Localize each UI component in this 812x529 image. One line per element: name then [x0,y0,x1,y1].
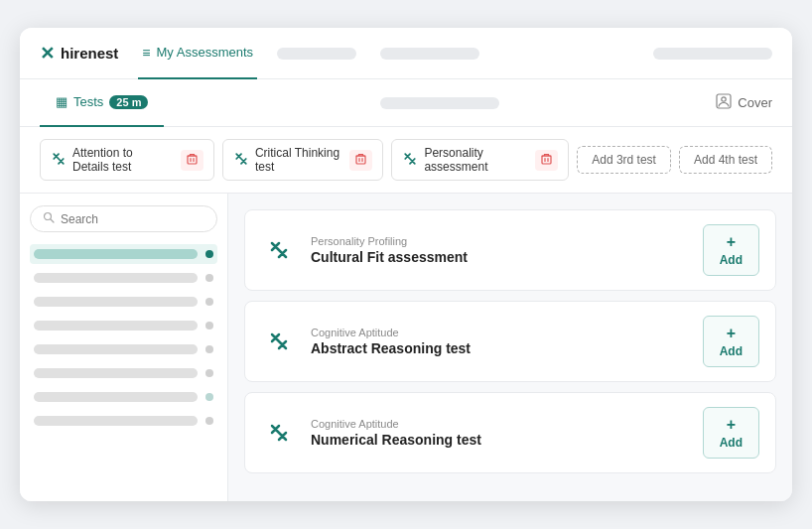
sidebar-item-7[interactable] [30,387,217,407]
delete-test-2-button[interactable] [349,150,372,171]
sidebar-dot-2 [205,274,213,282]
add-card-2-button[interactable]: + Add [703,316,759,367]
card-icon-1 [261,235,297,265]
tests-tab-icon: ▦ [56,94,68,109]
add-card-1-button[interactable]: + Add [703,224,759,276]
nav-placeholder-1 [277,48,356,60]
svg-point-1 [722,97,726,101]
test-tab-2[interactable]: Critical Thinking test [222,139,384,181]
x-icon-1 [51,151,67,170]
logo: ✕ hirenest [40,43,118,65]
sidebar-dot-4 [205,322,213,330]
sec-placeholder-bar [380,97,499,109]
add-card-3-button[interactable]: + Add [703,407,759,459]
card-text-3: Cognitive Aptitude Numerical Reasoning t… [311,418,689,448]
logo-x-icon: ✕ [40,43,55,65]
card-title-2: Abstract Reasoning test [311,340,689,356]
tests-tab-label: Tests [73,94,103,109]
add-plus-1: + [727,233,736,251]
tab-list-icon: ≡ [142,45,150,61]
sidebar-items-list [30,244,217,431]
top-nav: ✕ hirenest ≡ My Assessments [20,28,792,79]
app-window: ✕ hirenest ≡ My Assessments ▦ Tests 25 m [20,28,792,501]
search-input[interactable] [61,212,204,226]
sidebar-item-2[interactable] [30,268,217,288]
svg-rect-2 [188,156,197,164]
sidebar-bar-2 [34,273,198,283]
card-title-3: Numerical Reasoning test [311,432,689,448]
test-tab-label-1: Attention to Details test [72,146,171,174]
sidebar-bar-7 [34,392,198,402]
svg-rect-4 [542,156,551,164]
delete-test-1-button[interactable] [181,150,203,171]
add-label-1: Add [720,253,743,267]
card-text-1: Personality Profiling Cultural Fit asses… [311,235,689,265]
search-box[interactable] [30,205,217,232]
secondary-nav-placeholder [164,97,716,109]
sidebar-dot-6 [205,369,213,377]
cover-label: Cover [738,95,772,110]
assessment-card-2[interactable]: Cognitive Aptitude Abstract Reasoning te… [244,301,776,382]
cover-icon [716,93,732,112]
card-icon-3 [261,418,297,448]
tests-tab[interactable]: ▦ Tests 25 m [40,79,164,127]
add-label-2: Add [720,344,743,358]
card-text-2: Cognitive Aptitude Abstract Reasoning te… [311,327,689,356]
test-tab-label-2: Critical Thinking test [255,146,340,174]
right-content: Personality Profiling Cultural Fit asses… [228,194,792,501]
card-category-2: Cognitive Aptitude [311,327,689,338]
search-icon [43,211,55,226]
card-category-1: Personality Profiling [311,235,689,247]
main-content: Personality Profiling Cultural Fit asses… [20,194,792,501]
secondary-nav: ▦ Tests 25 m Cover [20,79,792,127]
add-4th-test-button[interactable]: Add 4th test [679,146,772,174]
sidebar-bar-active [34,249,198,259]
nav-placeholder-3 [653,48,772,60]
sidebar-item-6[interactable] [30,363,217,383]
add-3rd-test-button[interactable]: Add 3rd test [577,146,671,174]
brand-name: hirenest [61,45,118,62]
nav-placeholder-group [277,48,772,60]
sidebar-dot-7 [205,393,213,401]
sidebar-dot-3 [205,298,213,306]
sidebar-item-8[interactable] [30,411,217,431]
assessment-card-1[interactable]: Personality Profiling Cultural Fit asses… [244,209,776,291]
svg-rect-3 [356,156,365,164]
test-tabs-row: Attention to Details test Critical Think… [20,127,792,194]
sidebar-bar-6 [34,368,198,378]
tests-badge: 25 m [109,95,148,109]
card-icon-2 [261,327,297,356]
sidebar-dot-8 [205,417,213,425]
test-tab-label-3: Personality assessment [424,146,525,174]
delete-test-3-button[interactable] [535,150,558,171]
sidebar-item-3[interactable] [30,292,217,312]
nav-placeholder-2 [380,48,479,60]
sidebar-item-4[interactable] [30,316,217,335]
tab-label: My Assessments [157,45,254,60]
card-category-3: Cognitive Aptitude [311,418,689,430]
add-label-3: Add [720,436,743,450]
test-tab-1[interactable]: Attention to Details test [40,139,214,181]
cover-tab[interactable]: Cover [716,93,772,112]
add-plus-2: + [727,325,736,342]
sidebar-dot-active [205,250,213,258]
x-icon-3 [402,151,418,170]
add-plus-3: + [727,416,736,434]
x-icon-2 [233,151,249,170]
sidebar-bar-4 [34,321,198,331]
sidebar-bar-3 [34,297,198,307]
my-assessments-tab[interactable]: ≡ My Assessments [138,28,257,79]
sidebar-bar-5 [34,344,198,354]
sidebar-item-1[interactable] [30,244,217,264]
test-tab-3[interactable]: Personality assessment [391,139,569,181]
svg-point-5 [45,213,52,220]
left-sidebar [20,194,228,501]
assessment-card-3[interactable]: Cognitive Aptitude Numerical Reasoning t… [244,392,776,473]
card-title-1: Cultural Fit assessment [311,249,689,265]
sidebar-item-5[interactable] [30,339,217,359]
sidebar-bar-8 [34,416,198,426]
sidebar-dot-5 [205,345,213,353]
